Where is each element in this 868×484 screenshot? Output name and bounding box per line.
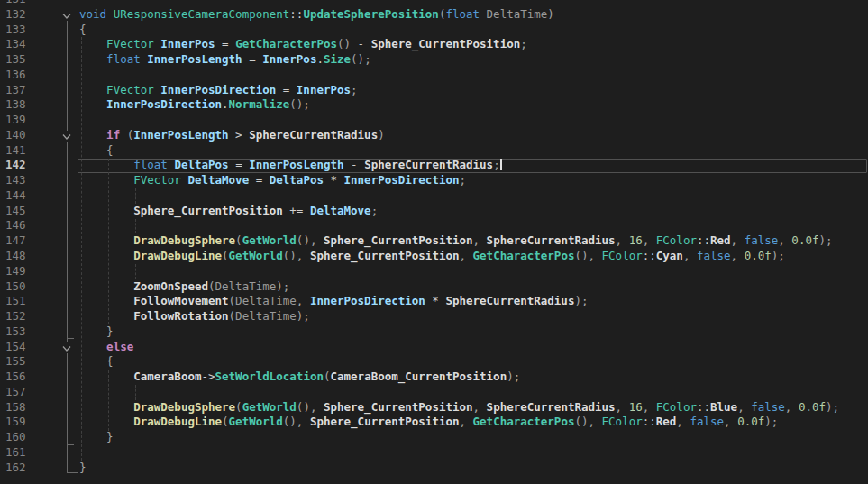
code-token[interactable]: * bbox=[425, 294, 446, 307]
code-token[interactable] bbox=[79, 128, 106, 142]
code-token[interactable]: Sphere_CurrentPosition bbox=[310, 415, 460, 428]
code-token[interactable] bbox=[79, 204, 133, 217]
code-line[interactable]: { bbox=[79, 143, 868, 159]
code-line[interactable]: else bbox=[79, 340, 868, 355]
code-token[interactable]: , bbox=[676, 415, 690, 428]
code-token[interactable] bbox=[79, 249, 133, 262]
line-number[interactable]: 137 bbox=[0, 83, 79, 98]
code-token[interactable]: , bbox=[731, 249, 745, 262]
code-line[interactable]: ZoomOnSpeed(DeltaTime); bbox=[79, 279, 868, 295]
code-token[interactable]: void bbox=[79, 7, 106, 21]
code-token[interactable]: InnerPos bbox=[262, 52, 316, 66]
code-token[interactable]: DeltaTime bbox=[487, 7, 548, 21]
code-token[interactable]: InnerPosDirection bbox=[160, 83, 276, 96]
code-line[interactable]: FollowRotation(DeltaTime); bbox=[79, 309, 868, 324]
code-token[interactable]: SphereCurrentRadius bbox=[445, 294, 574, 307]
code-token[interactable]: { bbox=[79, 23, 87, 36]
code-token[interactable]: (), bbox=[574, 249, 601, 262]
code-token[interactable]: Sphere_CurrentPosition bbox=[324, 400, 473, 414]
code-token[interactable]: float bbox=[133, 158, 168, 171]
code-token[interactable] bbox=[79, 279, 133, 293]
code-token[interactable]: FVector bbox=[133, 173, 181, 187]
code-token[interactable]: Sphere_CurrentPosition bbox=[133, 204, 283, 217]
line-number[interactable]: 132 bbox=[0, 7, 79, 23]
code-token[interactable]: :: bbox=[697, 233, 710, 247]
code-token[interactable]: InnerPosLength bbox=[249, 158, 343, 171]
line-number[interactable]: 134 bbox=[0, 37, 79, 52]
code-token[interactable]: 0.0f bbox=[745, 249, 772, 262]
line-number[interactable]: 154 bbox=[0, 340, 79, 355]
code-token[interactable]: :: bbox=[643, 415, 656, 428]
code-token[interactable]: FColor bbox=[656, 233, 697, 247]
code-token[interactable]: Red bbox=[710, 233, 731, 247]
line-number[interactable]: 155 bbox=[0, 354, 79, 370]
line-number[interactable]: 131 bbox=[0, 0, 79, 7]
code-token[interactable]: :: bbox=[697, 400, 710, 414]
code-token[interactable]: (); bbox=[351, 52, 371, 66]
code-line[interactable] bbox=[79, 218, 868, 233]
code-token[interactable]: ); bbox=[764, 415, 778, 428]
line-number[interactable]: 142 bbox=[0, 158, 79, 173]
code-token[interactable] bbox=[79, 340, 106, 353]
code-token[interactable]: , bbox=[643, 400, 656, 414]
code-token[interactable]: = bbox=[229, 158, 250, 171]
code-token[interactable]: InnerPos bbox=[160, 37, 215, 50]
code-token[interactable]: > bbox=[229, 128, 250, 142]
line-number[interactable]: 157 bbox=[0, 385, 79, 400]
line-number[interactable]: 143 bbox=[0, 173, 79, 188]
code-line[interactable] bbox=[79, 68, 868, 83]
code-token[interactable]: SphereCurrentRadius bbox=[487, 233, 616, 247]
code-token[interactable]: FollowRotation bbox=[133, 309, 228, 323]
code-token[interactable]: (), bbox=[283, 249, 310, 262]
code-token[interactable]: ( bbox=[229, 294, 236, 307]
line-number[interactable]: 153 bbox=[0, 324, 79, 340]
code-token[interactable]: GetWorld bbox=[229, 415, 283, 428]
code-token[interactable]: ZoomOnSpeed bbox=[133, 279, 208, 293]
code-token[interactable]: InnerPos bbox=[297, 83, 351, 96]
code-token[interactable]: false bbox=[751, 400, 785, 414]
line-number[interactable]: 145 bbox=[0, 204, 79, 219]
code-token[interactable]: , bbox=[785, 400, 799, 414]
code-token[interactable]: FVector bbox=[106, 83, 154, 96]
code-token[interactable]: Sphere_CurrentPosition bbox=[371, 37, 521, 50]
code-token[interactable]: GetWorld bbox=[242, 400, 297, 414]
code-token[interactable] bbox=[79, 52, 106, 66]
code-token[interactable]: ( bbox=[324, 370, 331, 383]
code-line[interactable]: { bbox=[79, 23, 868, 38]
code-token[interactable] bbox=[79, 158, 133, 171]
code-token[interactable]: false bbox=[745, 233, 779, 247]
code-token[interactable]: , bbox=[297, 294, 310, 307]
code-token[interactable]: ); bbox=[276, 279, 289, 293]
code-line[interactable]: } bbox=[79, 324, 868, 340]
code-token[interactable]: , bbox=[737, 400, 751, 414]
code-token[interactable]: InnerPosLength bbox=[147, 52, 242, 66]
code-token[interactable]: InnerPosDirection bbox=[106, 97, 222, 111]
code-token[interactable]: 16 bbox=[629, 233, 643, 247]
code-line[interactable]: { bbox=[79, 354, 868, 370]
code-token[interactable]: - bbox=[344, 158, 365, 171]
code-token[interactable]: ( bbox=[120, 128, 133, 142]
code-token[interactable]: ; bbox=[351, 83, 358, 96]
code-token[interactable]: SetWorldLocation bbox=[215, 370, 324, 383]
code-token[interactable]: - bbox=[351, 37, 371, 50]
code-token[interactable]: InnerPosLength bbox=[133, 128, 228, 142]
code-token[interactable]: -> bbox=[201, 370, 215, 383]
code-line[interactable]: float InnerPosLength = InnerPos.Size(); bbox=[79, 52, 868, 68]
code-token[interactable]: , bbox=[731, 233, 745, 247]
code-token[interactable]: ) bbox=[378, 128, 385, 142]
code-token[interactable]: ) bbox=[547, 7, 554, 21]
code-token[interactable]: InnerPosDirection bbox=[310, 294, 425, 307]
code-token[interactable] bbox=[79, 97, 106, 111]
code-token[interactable]: , bbox=[473, 400, 487, 414]
code-token[interactable]: DrawDebugSphere bbox=[133, 400, 235, 414]
code-token[interactable] bbox=[79, 370, 133, 383]
code-token[interactable]: DrawDebugSphere bbox=[133, 233, 235, 247]
code-token[interactable]: 16 bbox=[629, 400, 643, 414]
line-number[interactable]: 152 bbox=[0, 309, 79, 324]
code-token[interactable]: false bbox=[697, 249, 731, 262]
code-token[interactable]: = bbox=[242, 52, 263, 66]
code-token[interactable]: . bbox=[316, 52, 324, 66]
code-line[interactable] bbox=[79, 113, 868, 128]
code-token[interactable]: , bbox=[778, 233, 791, 247]
code-line[interactable] bbox=[79, 264, 868, 279]
